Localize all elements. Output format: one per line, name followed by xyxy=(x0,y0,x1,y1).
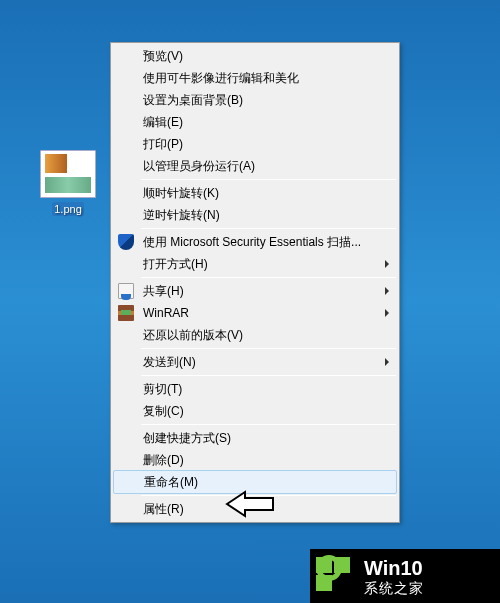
file-name-label: 1.png xyxy=(52,202,84,216)
brand-text: Win10 系统之家 xyxy=(364,556,424,597)
menu-label: WinRAR xyxy=(143,306,379,320)
menu-label: 打印(P) xyxy=(143,136,379,153)
menu-item-set-wallpaper[interactable]: 设置为桌面背景(B) xyxy=(113,89,397,111)
desktop-file-icon[interactable]: 1.png xyxy=(38,150,98,216)
menu-label: 复制(C) xyxy=(143,403,379,420)
menu-separator xyxy=(141,179,396,180)
file-context-menu: 预览(V) 使用可牛影像进行编辑和美化 设置为桌面背景(B) 编辑(E) 打印(… xyxy=(110,42,400,523)
menu-item-edit[interactable]: 编辑(E) xyxy=(113,111,397,133)
submenu-arrow-icon xyxy=(385,358,389,366)
brand-logo-icon xyxy=(316,555,358,597)
shield-icon xyxy=(118,234,134,250)
menu-separator xyxy=(141,375,396,376)
menu-label: 剪切(T) xyxy=(143,381,379,398)
menu-label: 以管理员身份运行(A) xyxy=(143,158,379,175)
menu-item-create-shortcut[interactable]: 创建快捷方式(S) xyxy=(113,427,397,449)
menu-item-send-to[interactable]: 发送到(N) xyxy=(113,351,397,373)
menu-label: 使用可牛影像进行编辑和美化 xyxy=(143,70,379,87)
menu-label: 使用 Microsoft Security Essentials 扫描... xyxy=(143,234,379,251)
menu-item-open-with[interactable]: 打开方式(H) xyxy=(113,253,397,275)
annotation-arrow-icon xyxy=(225,490,275,518)
menu-separator xyxy=(141,228,396,229)
menu-item-copy[interactable]: 复制(C) xyxy=(113,400,397,422)
menu-label: 共享(H) xyxy=(143,283,379,300)
menu-label: 逆时针旋转(N) xyxy=(143,207,379,224)
brand-line1: Win10 xyxy=(364,556,424,580)
menu-item-print[interactable]: 打印(P) xyxy=(113,133,397,155)
menu-label: 还原以前的版本(V) xyxy=(143,327,379,344)
menu-label: 发送到(N) xyxy=(143,354,379,371)
menu-label: 创建快捷方式(S) xyxy=(143,430,379,447)
menu-label: 编辑(E) xyxy=(143,114,379,131)
site-watermark: Win10 系统之家 xyxy=(310,549,500,603)
menu-label: 预览(V) xyxy=(143,48,379,65)
submenu-arrow-icon xyxy=(385,260,389,268)
submenu-arrow-icon xyxy=(385,287,389,295)
file-thumbnail xyxy=(40,150,96,198)
menu-label: 删除(D) xyxy=(143,452,379,469)
menu-label: 打开方式(H) xyxy=(143,256,379,273)
menu-separator xyxy=(141,424,396,425)
share-icon xyxy=(118,283,134,299)
winrar-icon xyxy=(118,305,134,321)
menu-item-mse-scan[interactable]: 使用 Microsoft Security Essentials 扫描... xyxy=(113,231,397,253)
menu-item-preview[interactable]: 预览(V) xyxy=(113,45,397,67)
menu-item-restore-versions[interactable]: 还原以前的版本(V) xyxy=(113,324,397,346)
menu-item-delete[interactable]: 删除(D) xyxy=(113,449,397,471)
menu-item-share[interactable]: 共享(H) xyxy=(113,280,397,302)
menu-item-run-as-admin[interactable]: 以管理员身份运行(A) xyxy=(113,155,397,177)
brand-line2: 系统之家 xyxy=(364,580,424,597)
menu-item-winrar[interactable]: WinRAR xyxy=(113,302,397,324)
menu-item-rotate-ccw[interactable]: 逆时针旋转(N) xyxy=(113,204,397,226)
menu-item-rotate-cw[interactable]: 顺时针旋转(K) xyxy=(113,182,397,204)
menu-separator xyxy=(141,348,396,349)
menu-label: 重命名(M) xyxy=(144,474,378,491)
menu-label: 顺时针旋转(K) xyxy=(143,185,379,202)
menu-item-cut[interactable]: 剪切(T) xyxy=(113,378,397,400)
submenu-arrow-icon xyxy=(385,309,389,317)
menu-label: 设置为桌面背景(B) xyxy=(143,92,379,109)
menu-separator xyxy=(141,277,396,278)
menu-item-keniu-edit[interactable]: 使用可牛影像进行编辑和美化 xyxy=(113,67,397,89)
